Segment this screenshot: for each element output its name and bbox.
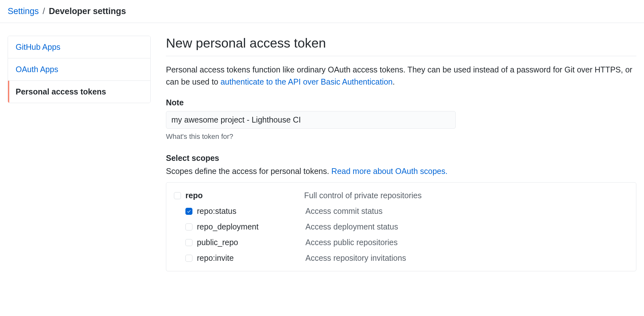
token-description: Personal access tokens function like ord… — [166, 64, 636, 88]
auth-api-link[interactable]: authenticate to the API over Basic Authe… — [221, 77, 393, 86]
note-help-text: What's this token for? — [166, 132, 636, 141]
scope-checkbox-repo-status[interactable] — [185, 208, 192, 215]
scope-row-repo-deployment: repo_deployment Access deployment status — [166, 219, 636, 235]
main-content: New personal access token Personal acces… — [166, 36, 636, 271]
scope-row-repo-status: repo:status Access commit status — [166, 203, 636, 219]
scope-row-public-repo: public_repo Access public repositories — [166, 235, 636, 250]
scope-description: Access deployment status — [305, 222, 398, 231]
breadcrumb-separator: / — [43, 6, 45, 16]
description-suffix: . — [393, 77, 395, 86]
scopes-description-text: Scopes define the access for personal to… — [166, 167, 331, 176]
scope-row-repo-invite: repo:invite Access repository invitation… — [166, 250, 636, 266]
sidebar-item-personal-access-tokens[interactable]: Personal access tokens — [8, 81, 150, 103]
scope-name: repo_deployment — [197, 222, 305, 231]
breadcrumb-current: Developer settings — [49, 6, 126, 16]
breadcrumb: Settings / Developer settings — [0, 0, 644, 23]
check-icon — [187, 209, 191, 214]
sidebar-item-oauth-apps[interactable]: OAuth Apps — [8, 58, 150, 81]
scopes-box: repo Full control of private repositorie… — [166, 182, 636, 271]
scope-description: Access commit status — [305, 207, 383, 216]
scope-name: public_repo — [197, 238, 305, 247]
page-title: New personal access token — [166, 36, 636, 56]
scope-name: repo — [185, 191, 304, 200]
scope-description: Access public repositories — [305, 238, 398, 247]
scopes-label: Select scopes — [166, 154, 636, 163]
scopes-description: Scopes define the access for personal to… — [166, 167, 636, 176]
sidebar-menu: GitHub Apps OAuth Apps Personal access t… — [8, 36, 151, 103]
scope-description: Access repository invitations — [305, 253, 406, 263]
scope-row-repo: repo Full control of private repositorie… — [166, 188, 636, 203]
scope-description: Full control of private repositories — [304, 191, 422, 200]
sidebar-item-github-apps[interactable]: GitHub Apps — [8, 36, 150, 58]
breadcrumb-settings-link[interactable]: Settings — [8, 6, 39, 16]
scope-name: repo:status — [197, 207, 305, 216]
scope-checkbox-repo[interactable] — [174, 192, 181, 199]
oauth-scopes-link[interactable]: Read more about OAuth scopes. — [331, 167, 447, 176]
sidebar: GitHub Apps OAuth Apps Personal access t… — [8, 36, 151, 271]
scope-checkbox-public-repo[interactable] — [185, 239, 192, 246]
note-input[interactable] — [166, 111, 456, 129]
scope-name: repo:invite — [197, 253, 305, 263]
scope-checkbox-repo-deployment[interactable] — [185, 223, 192, 230]
scope-checkbox-repo-invite[interactable] — [185, 255, 192, 262]
note-label: Note — [166, 98, 636, 107]
